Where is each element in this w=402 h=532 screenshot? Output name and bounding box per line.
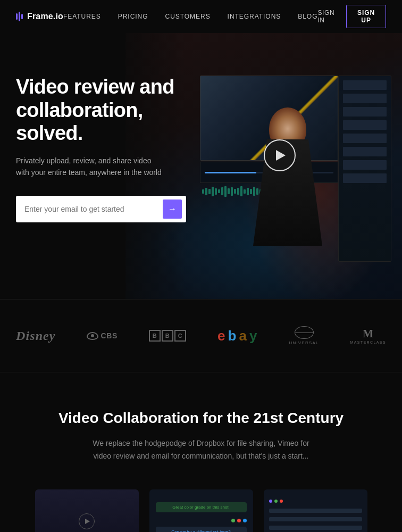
nav-link-features[interactable]: FEATURES — [63, 13, 101, 20]
cbs-logo: CBS — [87, 331, 118, 340]
wave-bar — [228, 188, 230, 194]
monitor-side — [338, 76, 391, 262]
disney-text: Disney — [16, 329, 56, 343]
card-play-triangle — [85, 519, 90, 524]
logos-section: Disney CBS B B C ebay UNIVERSAL M MASTER… — [0, 299, 402, 372]
thumb-strip-7 — [343, 160, 387, 170]
logo[interactable]: Frame.io — [16, 12, 63, 21]
masterclass-text: MASTERCLASS — [350, 340, 386, 344]
features-section: Video Collaboration for the 21st Century… — [0, 372, 402, 532]
disney-logo: Disney — [16, 329, 56, 343]
person-silhouette — [237, 107, 333, 267]
ebay-y: y — [249, 328, 258, 344]
annotation-dots-row — [269, 500, 362, 503]
wave-bar — [231, 187, 233, 196]
comment-dot-green — [231, 519, 235, 522]
nav-actions: SIGN IN SIGN UP — [317, 5, 386, 28]
masterclass-m-icon: M — [363, 328, 374, 339]
bbc-box-b1: B — [149, 330, 161, 342]
ebay-e: e — [217, 328, 226, 344]
wave-bar — [221, 187, 223, 195]
comment-bubble-2: Can we try a different cut here? — [156, 527, 247, 532]
comment-dot-blue — [243, 519, 247, 522]
wave-bar — [215, 188, 217, 195]
logo-bar-2 — [19, 12, 20, 21]
annotation-line-3 — [269, 526, 362, 530]
bbc-boxes: B B C — [149, 330, 186, 342]
feature-card-annotations — [264, 489, 367, 532]
thumb-strip-3 — [343, 107, 387, 117]
nav-link-blog[interactable]: BLOG — [298, 13, 317, 20]
nav-link-customers[interactable]: CUSTOMERS — [165, 13, 211, 20]
annotation-line-1 — [269, 509, 362, 513]
universal-equator — [295, 332, 313, 333]
features-subtext: We replace the hodgepodge of Dropbox for… — [84, 437, 318, 463]
email-form: → — [16, 196, 186, 222]
wave-bar — [212, 187, 214, 196]
universal-text: UNIVERSAL — [289, 340, 319, 345]
card-video-content — [79, 513, 95, 532]
universal-logo: UNIVERSAL — [289, 326, 319, 345]
thumb-strip-1 — [343, 80, 387, 90]
sign-in-link[interactable]: SIGN IN — [317, 9, 337, 24]
thumb-strip-2 — [343, 94, 387, 103]
ebay-b: b — [228, 328, 237, 344]
annotation-line-2 — [269, 517, 362, 521]
wave-bar — [224, 186, 227, 197]
email-submit-button[interactable]: → — [163, 200, 182, 219]
feature-card-comments: Great color grade on this shot! Can we t… — [149, 489, 253, 532]
wave-bar — [218, 189, 220, 193]
logo-text: Frame.io — [27, 12, 63, 21]
wave-bar — [234, 189, 236, 194]
bbc-box-b2: B — [162, 330, 173, 342]
hero-section: Video review and collaboration, solved. … — [0, 33, 402, 299]
thumb-strip-5 — [343, 134, 387, 143]
ebay-a: a — [239, 328, 247, 344]
ann-dot-red — [280, 500, 283, 503]
wave-bar — [208, 189, 211, 194]
feature-card-video — [35, 489, 139, 532]
email-input[interactable] — [24, 205, 163, 213]
cbs-text: CBS — [100, 331, 118, 340]
arrow-right-icon: → — [168, 204, 177, 214]
logo-icon — [16, 12, 23, 21]
thumb-strip-8 — [343, 173, 387, 183]
comment-dots — [231, 519, 247, 522]
video-play-button[interactable] — [264, 139, 296, 171]
ann-dot-purple — [269, 500, 272, 503]
feature-cards-row: Great color grade on this shot! Can we t… — [16, 489, 386, 532]
hero-subtext: Privately upload, review, and share vide… — [16, 155, 165, 179]
monitor-side-content — [339, 76, 391, 189]
thumb-strip-6 — [343, 147, 387, 156]
thumb-strip-4 — [343, 120, 387, 130]
logo-bar-1 — [16, 13, 18, 20]
hero-headline: Video review and collaboration, solved. — [16, 76, 207, 145]
sign-up-button[interactable]: SIGN UP — [346, 5, 386, 28]
bbc-logo: B B C — [149, 330, 186, 342]
universal-globe-icon — [295, 326, 314, 339]
cbs-eye-icon — [87, 332, 98, 340]
comment-dot-red — [237, 519, 241, 522]
nav-links: FEATURES PRICING CUSTOMERS INTEGRATIONS … — [63, 13, 317, 20]
navigation: Frame.io FEATURES PRICING CUSTOMERS INTE… — [0, 0, 402, 33]
nav-link-integrations[interactable]: INTEGRATIONS — [228, 13, 281, 20]
play-icon — [276, 150, 286, 161]
cbs-logo-inner: CBS — [87, 331, 118, 340]
hero-content: Video review and collaboration, solved. … — [16, 76, 207, 222]
comment-dots-row — [156, 517, 247, 522]
ebay-logo: ebay — [217, 328, 258, 344]
card-play-icon[interactable] — [79, 513, 95, 529]
annotation-line-2-row — [269, 517, 362, 521]
nav-link-pricing[interactable]: PRICING — [118, 13, 148, 20]
comment-bubble-1: Great color grade on this shot! — [156, 502, 247, 512]
masterclass-logo: M MASTERCLASS — [350, 328, 386, 344]
bbc-box-c: C — [174, 330, 186, 342]
logo-bar-3 — [21, 14, 23, 19]
cbs-eye-pupil — [91, 334, 94, 337]
ann-dot-green — [274, 500, 278, 503]
features-headline: Video Collaboration for the 21st Century — [16, 410, 386, 427]
